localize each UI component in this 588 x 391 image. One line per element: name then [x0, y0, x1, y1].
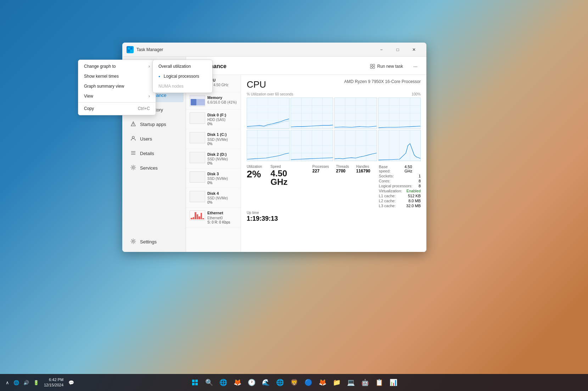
- ctx-copy[interactable]: Copy Ctrl+C: [78, 104, 156, 114]
- tray-network[interactable]: 🌐: [12, 379, 21, 386]
- graph-cell-2[interactable]: [291, 98, 334, 129]
- tray-icons: ∧ 🌐 🔊 🔋 6:42 PM 12/15/2024 💬: [4, 376, 75, 389]
- ctx-change-graph-label: Change graph to: [84, 64, 116, 69]
- svg-rect-26: [190, 112, 205, 123]
- svg-rect-21: [373, 67, 375, 68]
- disk0-sub: HDD (SAS): [207, 117, 237, 122]
- l3-cache-label: L3 cache:: [379, 204, 396, 208]
- tray-notification[interactable]: 💬: [67, 379, 75, 386]
- taskbar-icon-taskmanager[interactable]: 📊: [387, 376, 400, 389]
- graph-cell-5[interactable]: [247, 130, 290, 161]
- device-item-ethernet[interactable]: Ethernet Ethernet0 S: 0 R: 0 Kbps: [186, 208, 241, 227]
- taskbar-icon-firefox[interactable]: 🦁: [288, 376, 301, 389]
- taskbar-icon-ai[interactable]: 🤖: [359, 376, 371, 389]
- graph-cell-4[interactable]: [378, 98, 421, 129]
- svg-point-17: [133, 241, 134, 242]
- taskbar-icon-widgets[interactable]: 🌐: [217, 376, 230, 389]
- disk4-thumb: [190, 191, 205, 202]
- svg-point-16: [133, 167, 134, 169]
- svg-rect-18: [370, 64, 372, 66]
- minimize-button[interactable]: −: [373, 44, 390, 55]
- svg-rect-28: [190, 152, 205, 163]
- sockets-label: Sockets:: [379, 174, 394, 178]
- graph-cell-7[interactable]: [334, 130, 377, 161]
- users-label: Users: [140, 136, 152, 142]
- taskbar-icon-clock[interactable]: 🕐: [245, 376, 258, 389]
- handles-stat-value: 116790: [356, 169, 370, 174]
- more-options-button[interactable]: ···: [410, 61, 421, 72]
- l2-cache-label: L2 cache:: [379, 199, 396, 203]
- taskbar-icon-terminal[interactable]: 💻: [345, 376, 357, 389]
- startup-icon: [130, 121, 136, 128]
- virtualization-value: Enabled: [407, 189, 421, 193]
- taskbar-icon-browser[interactable]: 🌊: [259, 376, 272, 389]
- disk3-info: Disk 3 SSD (NVMe) 0%: [207, 171, 237, 185]
- svg-rect-29: [190, 171, 205, 182]
- taskbar-icon-circle[interactable]: 🔵: [302, 376, 315, 389]
- device-item-disk4[interactable]: Disk 4 SSD (NVMe) 0%: [186, 188, 241, 208]
- uptime-value: 1:19:39:13: [247, 215, 421, 222]
- graph-cell-6[interactable]: [291, 130, 334, 161]
- sidebar-item-details[interactable]: Details: [124, 147, 184, 160]
- graph-cell-1[interactable]: [247, 98, 290, 129]
- device-item-memory[interactable]: Memory 6.6/16.0 GB (41%): [186, 92, 241, 110]
- svg-point-11: [133, 125, 134, 126]
- taskbar-time[interactable]: 6:42 PM 12/15/2024: [42, 376, 66, 389]
- sidebar-item-services[interactable]: Services: [124, 161, 184, 175]
- disk3-sub: SSD (NVMe): [207, 176, 237, 181]
- settings-label: Settings: [140, 239, 157, 244]
- maximize-button[interactable]: □: [390, 44, 406, 55]
- cpu-header: CPU AMD Ryzen 9 7950X 16-Core Processor: [247, 79, 421, 90]
- sub-numa[interactable]: NUMA nodes: [153, 81, 212, 91]
- taskbar-icon-folder[interactable]: 📁: [330, 376, 343, 389]
- taskbar-icon-clipboard[interactable]: 📋: [373, 376, 386, 389]
- ctx-change-graph[interactable]: Change graph to ›: [78, 61, 156, 71]
- svg-rect-2: [128, 50, 130, 52]
- graph-label-row: % Utilization over 60 seconds 100%: [247, 92, 421, 96]
- sub-logical[interactable]: ● Logical processors: [153, 71, 212, 81]
- disk4-sub: SSD (NVMe): [207, 196, 237, 200]
- ctx-graph-summary[interactable]: Graph summary view: [78, 81, 156, 91]
- taskbar-icon-fox[interactable]: 🦊: [316, 376, 329, 389]
- ctx-show-kernel[interactable]: Show kernel times: [78, 71, 156, 81]
- handles-stat-label: Handles: [356, 165, 370, 169]
- windows-button[interactable]: [189, 376, 201, 389]
- tray-sound[interactable]: 🔊: [22, 379, 30, 386]
- l3-cache-value: 32.0 MB: [406, 204, 421, 208]
- content-area: CPU 2% 4.50 GHz: [186, 75, 426, 252]
- graph-cell-3[interactable]: [334, 98, 377, 129]
- disk1-val: 0%: [207, 142, 237, 146]
- run-new-task-button[interactable]: Run new task: [366, 62, 407, 71]
- taskbar-icon-edge[interactable]: 🦊: [231, 376, 244, 389]
- window-title: Task Manager: [136, 47, 373, 52]
- svg-rect-1: [130, 48, 132, 49]
- run-new-task-label: Run new task: [377, 64, 403, 69]
- ctx-separator: [78, 102, 156, 103]
- details-label: Details: [140, 151, 154, 156]
- sidebar-item-startup-apps[interactable]: Startup apps: [124, 117, 184, 131]
- sidebar-item-users[interactable]: Users: [124, 132, 184, 146]
- base-speed-label: Base speed:: [379, 165, 400, 173]
- sidebar-item-settings[interactable]: Settings: [124, 235, 184, 249]
- details-icon: [130, 150, 136, 157]
- ctx-view[interactable]: View ›: [78, 91, 156, 101]
- taskbar-icon-net[interactable]: 🌐: [274, 376, 286, 389]
- device-item-disk1[interactable]: Disk 1 (C:) SSD (NVMe) 0%: [186, 129, 241, 149]
- svg-rect-79: [192, 383, 195, 385]
- processes-stat-label: Processes: [312, 165, 329, 169]
- tray-chevron[interactable]: ∧: [4, 379, 11, 386]
- svg-rect-20: [370, 67, 372, 68]
- device-item-disk3[interactable]: Disk 3 SSD (NVMe) 0%: [186, 169, 241, 188]
- threads-stat-label: Threads: [336, 165, 349, 169]
- device-item-disk2[interactable]: Disk 2 (D:) SSD (NVMe) 0%: [186, 149, 241, 169]
- utilization-label: Utilization: [247, 165, 262, 169]
- device-item-disk0[interactable]: Disk 0 (F:) HDD (SAS) 0%: [186, 110, 241, 129]
- close-button[interactable]: ✕: [406, 44, 422, 55]
- sub-overall[interactable]: Overall utilization: [153, 61, 212, 71]
- sockets-value: 1: [419, 174, 421, 178]
- tray-battery[interactable]: 🔋: [32, 379, 40, 386]
- taskbar-icon-search[interactable]: 🔍: [203, 376, 215, 389]
- svg-rect-19: [373, 64, 375, 66]
- services-label: Services: [140, 165, 158, 171]
- graph-cell-8[interactable]: [378, 130, 421, 161]
